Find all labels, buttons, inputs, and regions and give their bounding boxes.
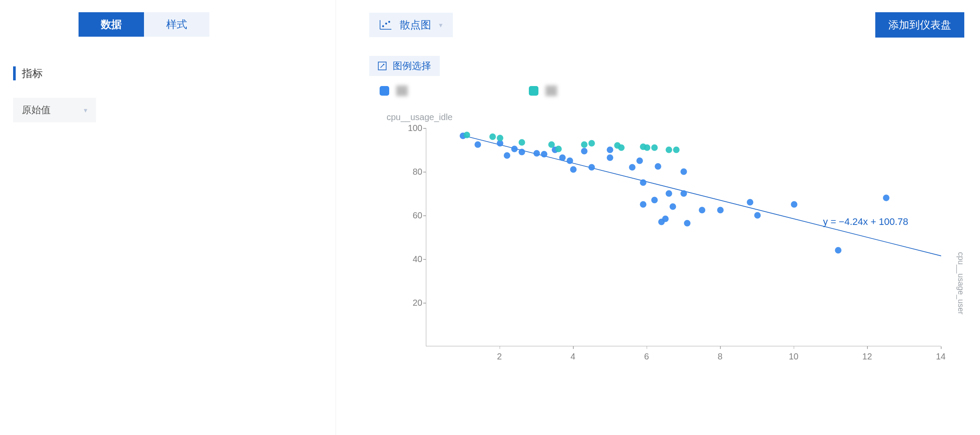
- value-mode-select[interactable]: 原始值 ▾: [13, 98, 96, 122]
- data-point: [607, 154, 613, 161]
- x-tick-label: 6: [644, 352, 649, 362]
- data-point: [681, 169, 687, 175]
- y-tick-label: 60: [406, 211, 422, 221]
- data-point: [747, 199, 753, 206]
- legend-label-1: ██: [396, 86, 407, 96]
- data-point: [673, 147, 680, 153]
- plot-area: [426, 128, 941, 346]
- data-point: [883, 195, 889, 201]
- legend-select-label: 图例选择: [393, 59, 431, 72]
- chart-container: cpu__usage_idle cpu__usage_user y = −4.2…: [387, 112, 954, 374]
- data-point: [463, 132, 470, 138]
- trend-equation: y = −4.24x + 100.78: [823, 216, 908, 228]
- config-tabs: 数据 样式: [79, 12, 322, 37]
- data-point: [497, 135, 503, 141]
- value-mode-label: 原始值: [22, 104, 51, 117]
- data-point: [684, 220, 691, 226]
- chart-type-label: 散点图: [400, 18, 431, 32]
- data-point: [699, 207, 706, 213]
- data-point: [640, 180, 647, 186]
- y-tick-label: 80: [406, 167, 422, 177]
- svg-point-4: [388, 21, 390, 23]
- data-point: [651, 145, 658, 151]
- data-point: [589, 164, 595, 171]
- data-point: [519, 149, 525, 155]
- data-point: [835, 247, 842, 254]
- data-point: [589, 140, 595, 147]
- x-tick-label: 10: [789, 352, 798, 362]
- y-axis-title: cpu__usage_idle: [387, 112, 452, 122]
- data-point: [489, 134, 496, 140]
- x-tick-label: 12: [862, 352, 872, 362]
- section-metrics-label: 指标: [22, 66, 43, 80]
- legend-select-button[interactable]: 图例选择: [369, 56, 440, 76]
- legend-item-1[interactable]: ██: [380, 86, 407, 96]
- tab-style[interactable]: 样式: [144, 12, 209, 37]
- data-point: [655, 163, 661, 169]
- chart-toolbar: 散点图 ▾ 添加到仪表盘: [369, 12, 964, 38]
- x-tick-label: 2: [497, 352, 502, 362]
- chart-type-select[interactable]: 散点图 ▾: [369, 13, 453, 37]
- data-point: [791, 201, 797, 208]
- section-metrics: 指标: [13, 66, 322, 80]
- data-point: [717, 207, 724, 213]
- x-axis-title: cpu__usage_user: [956, 252, 965, 314]
- data-point: [519, 139, 525, 145]
- trendline: [426, 128, 941, 346]
- tab-data[interactable]: 数据: [79, 12, 144, 37]
- data-point: [644, 145, 650, 151]
- legend-row: ██ ██: [380, 86, 964, 96]
- chart-panel: 散点图 ▾ 添加到仪表盘 图例选择 ██ ██ cpu__usage_idle …: [353, 0, 980, 435]
- data-point: [681, 190, 687, 197]
- data-point: [666, 190, 672, 197]
- data-point: [533, 150, 540, 156]
- legend-item-2[interactable]: ██: [529, 86, 556, 96]
- data-point: [541, 151, 547, 158]
- data-point: [504, 152, 511, 159]
- section-accent-bar: [13, 66, 16, 80]
- data-point: [581, 141, 588, 148]
- data-point: [640, 201, 647, 208]
- x-tick-label: 8: [718, 352, 723, 362]
- chevron-down-icon: ▾: [84, 106, 87, 114]
- legend-swatch-2: [529, 86, 538, 96]
- scatter-chart-icon: [380, 20, 392, 30]
- data-point: [669, 204, 676, 210]
- data-point: [475, 141, 481, 148]
- data-point: [581, 148, 588, 154]
- svg-point-2: [382, 25, 384, 27]
- data-point: [548, 141, 555, 148]
- x-tick-label: 4: [571, 352, 576, 362]
- y-tick-label: 20: [406, 298, 422, 308]
- data-point: [566, 158, 573, 164]
- data-point: [570, 166, 577, 173]
- chevron-down-icon: ▾: [439, 21, 442, 29]
- legend-select-icon: [378, 62, 387, 70]
- left-config-panel: 数据 样式 指标 原始值 ▾: [0, 0, 336, 435]
- data-point: [666, 147, 672, 153]
- data-point: [511, 145, 518, 152]
- y-tick-label: 40: [406, 254, 422, 264]
- svg-point-3: [385, 23, 387, 24]
- data-point: [607, 147, 613, 153]
- x-tick-label: 14: [936, 352, 946, 362]
- data-point: [555, 145, 562, 152]
- data-point: [629, 164, 636, 171]
- data-point: [618, 145, 624, 151]
- data-point: [754, 212, 761, 219]
- data-point: [559, 154, 565, 161]
- data-point: [651, 197, 658, 204]
- legend-label-2: ██: [545, 86, 556, 96]
- data-point: [662, 215, 668, 222]
- y-tick-label: 100: [406, 123, 422, 133]
- legend-swatch-1: [380, 86, 389, 96]
- data-point: [636, 158, 643, 164]
- add-to-dashboard-button[interactable]: 添加到仪表盘: [875, 12, 964, 38]
